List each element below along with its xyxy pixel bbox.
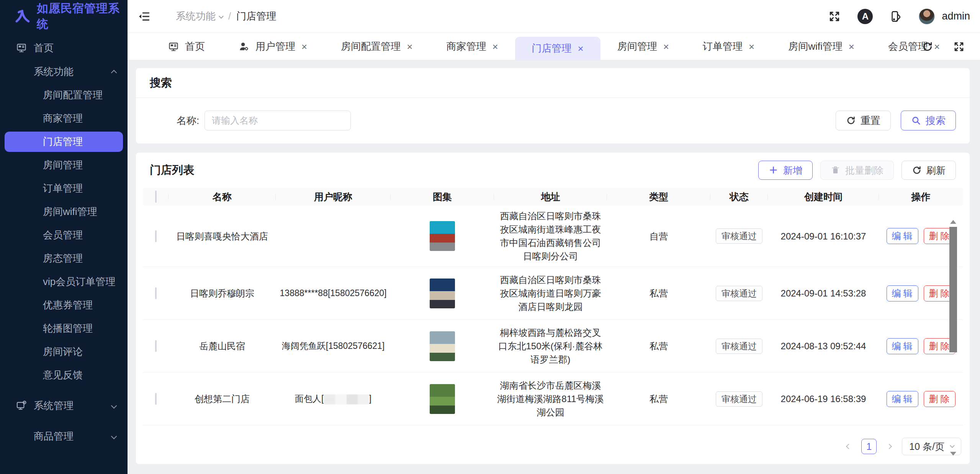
tab-房间配置管理[interactable]: 房间配置管理×	[324, 33, 429, 60]
store-type: 自营	[607, 226, 710, 247]
search-button[interactable]: 搜索	[901, 111, 956, 130]
sidebar-item-label: 会员管理	[43, 228, 116, 242]
edit-button[interactable]: 编辑	[887, 391, 918, 407]
sidebar-item-label: 首页	[34, 41, 116, 55]
tab-房间wifi管理[interactable]: 房间wifi管理×	[771, 33, 871, 60]
tab-门店管理[interactable]: 门店管理×	[515, 37, 600, 60]
search-actions: 重置 搜索	[836, 111, 956, 130]
chevron-down-icon	[111, 433, 117, 439]
scroll-down-icon[interactable]	[950, 452, 956, 456]
sidebar-item-房间配置管理[interactable]: 房间配置管理	[0, 83, 128, 107]
main-area: 系统功能 / 门店管理 A	[128, 0, 980, 474]
sidebar-item-label: 商品管理	[34, 430, 112, 443]
sidebar-item-label: 系统管理	[34, 399, 112, 412]
edit-button[interactable]: 编辑	[887, 228, 918, 244]
sidebar-item-label: 订单管理	[43, 182, 116, 195]
hotel-building-photo[interactable]	[430, 279, 455, 308]
close-icon[interactable]: ×	[663, 42, 669, 52]
row-checkbox[interactable]	[155, 230, 157, 242]
sidebar-item-系统管理[interactable]: 系统管理	[0, 394, 128, 417]
delete-button[interactable]: 删除	[924, 391, 955, 407]
tab-订单管理[interactable]: 订单管理×	[686, 33, 771, 60]
batch-delete-button[interactable]: 批量删除	[820, 161, 894, 180]
tab-商家管理[interactable]: 商家管理×	[429, 33, 515, 60]
tab-label: 门店管理	[532, 42, 572, 55]
sidebar-item-首页[interactable]: 首页	[0, 36, 128, 60]
row-checkbox[interactable]	[155, 340, 157, 352]
table-body: 日喀则喜嘎央恰大酒店西藏自治区日喀则市桑珠孜区城南街道珠峰惠工夜市中国石油西藏销…	[143, 205, 963, 425]
add-button[interactable]: 新增	[758, 161, 813, 180]
sidebar-item-会员管理[interactable]: 会员管理	[0, 223, 128, 247]
prev-page-icon[interactable]	[842, 440, 855, 453]
status-cell: 审核通过	[710, 388, 768, 410]
sidebar-item-房态管理[interactable]: 房态管理	[0, 247, 128, 270]
tab-label: 房间配置管理	[341, 40, 401, 53]
close-icon[interactable]: ×	[492, 42, 498, 52]
gallery-cell	[391, 380, 494, 418]
scrollbar-thumb[interactable]	[949, 227, 957, 352]
select-all-checkbox[interactable]	[155, 191, 157, 203]
breadcrumb-group[interactable]: 系统功能	[176, 10, 223, 23]
fullscreen-icon[interactable]	[953, 41, 965, 52]
store-address: 湖南省长沙市岳麓区梅溪湖街道梅溪湖路811号梅溪湖公园	[494, 375, 607, 423]
search-title: 搜索	[150, 75, 172, 91]
sidebar-item-订单管理[interactable]: 订单管理	[0, 177, 128, 200]
refresh-icon[interactable]	[922, 41, 933, 52]
close-icon[interactable]: ×	[407, 42, 412, 52]
sidebar-item-房间管理[interactable]: 房间管理	[0, 153, 128, 177]
user-nickname	[276, 232, 391, 240]
page-number[interactable]: 1	[861, 439, 877, 454]
store-type: 私营	[607, 283, 710, 304]
tab-用户管理[interactable]: 用户管理×	[222, 33, 324, 60]
edit-button[interactable]: 编辑	[887, 338, 918, 354]
close-icon[interactable]: ×	[301, 42, 307, 52]
chevron-down-icon	[111, 402, 117, 409]
sidebar-item-系统功能[interactable]: 系统功能	[0, 60, 128, 83]
edit-button[interactable]: 编辑	[887, 285, 918, 301]
sidebar-item-轮播图管理[interactable]: 轮播图管理	[0, 317, 128, 340]
language-toggle-icon[interactable]: A	[857, 9, 873, 24]
nickname-suffix: ]	[369, 394, 371, 404]
tab-首页[interactable]: 首页	[151, 33, 222, 60]
homestay-house-photo[interactable]	[430, 331, 455, 361]
close-icon[interactable]: ×	[749, 42, 754, 52]
scroll-up-icon[interactable]	[950, 220, 956, 224]
column-header-创建时间: 创建时间	[768, 191, 879, 203]
sidebar-item-房间wifi管理[interactable]: 房间wifi管理	[0, 200, 128, 223]
name-input[interactable]	[205, 111, 351, 130]
refresh-button[interactable]: 刷新	[901, 161, 956, 180]
storefront-street-photo[interactable]	[430, 221, 455, 251]
created-time: 2024-08-13 09:52:44	[768, 336, 879, 357]
fullscreen-icon[interactable]	[828, 10, 841, 23]
tabbar-tools	[906, 33, 980, 60]
sidebar-item-商品管理[interactable]: 商品管理	[0, 424, 128, 448]
row-checkbox[interactable]	[155, 287, 157, 299]
chevron-down-icon	[950, 443, 955, 448]
sidebar-item-vip会员订单管理[interactable]: vip会员订单管理	[0, 270, 128, 293]
sidebar-item-label: 意见反馈	[43, 368, 116, 382]
store-type: 私营	[607, 336, 710, 357]
refresh-icon	[912, 165, 922, 175]
sidebar-item-优惠券管理[interactable]: 优惠券管理	[0, 293, 128, 317]
username[interactable]: admin	[942, 10, 970, 22]
user-nickname: 海阔凭鱼跃[15802576621]	[276, 336, 391, 357]
table-header-row: 名称用户昵称图集地址类型状态创建时间操作	[143, 188, 963, 205]
menu-fold-icon[interactable]	[137, 10, 151, 23]
sidebar-item-意见反馈[interactable]: 意见反馈	[0, 363, 128, 387]
close-icon[interactable]: ×	[849, 42, 854, 52]
reset-button[interactable]: 重置	[836, 111, 891, 130]
sidebar-item-房间评论[interactable]: 房间评论	[0, 340, 128, 363]
avatar[interactable]	[919, 8, 935, 24]
close-icon[interactable]: ×	[578, 44, 584, 54]
next-page-icon[interactable]	[883, 440, 896, 453]
sidebar-item-商家管理[interactable]: 商家管理	[0, 107, 128, 130]
sidebar-item-门店管理[interactable]: 门店管理	[5, 132, 123, 152]
forest-park-photo[interactable]	[430, 384, 455, 414]
row-checkbox[interactable]	[155, 393, 157, 405]
sidebar-item-label: vip会员订单管理	[43, 275, 116, 288]
tab-房间管理[interactable]: 房间管理×	[600, 33, 686, 60]
status-cell: 审核通过	[710, 282, 768, 305]
table-scrollbar[interactable]	[949, 220, 957, 391]
tab-label: 订单管理	[703, 40, 743, 53]
theme-icon[interactable]	[890, 10, 902, 23]
